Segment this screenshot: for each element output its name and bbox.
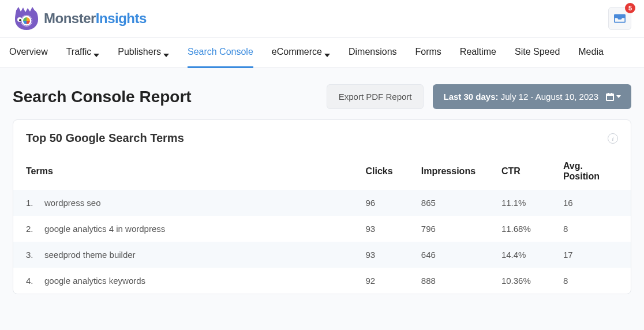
svg-point-3: [19, 19, 21, 21]
col-clicks: Clicks: [353, 153, 409, 190]
cell-ctr: 10.36%: [489, 268, 551, 294]
card-header: Top 50 Google Search Terms i: [13, 120, 631, 153]
cell-avg: 17: [551, 242, 631, 268]
cell-term: 2.google analytics 4 in wordpress: [13, 216, 353, 242]
nav-item-ecommerce[interactable]: eCommerce: [272, 38, 330, 68]
chevron-down-icon: [324, 49, 330, 55]
cell-clicks: 93: [353, 242, 409, 268]
nav-item-forms[interactable]: Forms: [415, 38, 441, 68]
notification-badge: 5: [625, 3, 635, 13]
cell-term: 3.seedprod theme builder: [13, 242, 353, 268]
cell-impressions: 888: [409, 268, 489, 294]
cell-term: 1.wordpress seo: [13, 190, 353, 216]
chevron-down-icon: [163, 49, 169, 55]
nav-item-label: Dimensions: [349, 47, 397, 57]
col-terms: Terms: [13, 153, 353, 190]
term-text: google analytics keywords: [44, 276, 145, 286]
nav-item-label: Publishers: [118, 47, 161, 57]
row-index: 3.: [26, 250, 35, 260]
cell-ctr: 11.68%: [489, 216, 551, 242]
nav-item-dimensions[interactable]: Dimensions: [349, 38, 397, 68]
main-nav: OverviewTrafficPublishersSearch Consolee…: [0, 37, 644, 68]
nav-item-label: Traffic: [66, 47, 92, 57]
nav-item-label: Site Speed: [515, 47, 560, 57]
cell-avg: 16: [551, 190, 631, 216]
col-impressions: Impressions: [409, 153, 489, 190]
inbox-icon: [614, 14, 626, 23]
col-avg-position: Avg. Position: [551, 153, 631, 190]
nav-item-label: Overview: [9, 47, 48, 57]
cell-ctr: 11.1%: [489, 190, 551, 216]
page-title: Search Console Report: [13, 88, 192, 106]
export-pdf-button[interactable]: Export PDF Report: [327, 84, 424, 109]
row-index: 4.: [26, 276, 35, 286]
nav-item-label: Search Console: [188, 47, 253, 57]
chevron-down-icon: [93, 49, 99, 55]
page-actions: Export PDF Report Last 30 days: July 12 …: [327, 84, 631, 109]
header-actions: 5: [608, 7, 631, 30]
term-text: wordpress seo: [44, 198, 101, 208]
cell-clicks: 92: [353, 268, 409, 294]
brand-logo[interactable]: MonsterInsights: [13, 6, 147, 31]
table-row: 4.google analytics keywords9288810.36%8: [13, 268, 631, 294]
cell-clicks: 93: [353, 216, 409, 242]
cell-ctr: 14.4%: [489, 242, 551, 268]
nav-item-media[interactable]: Media: [578, 38, 604, 68]
cell-clicks: 96: [353, 190, 409, 216]
term-text: google analytics 4 in wordpress: [44, 224, 165, 234]
search-terms-card: Top 50 Google Search Terms i Terms Click…: [13, 119, 631, 294]
card-title: Top 50 Google Search Terms: [26, 132, 184, 145]
nav-item-traffic[interactable]: Traffic: [66, 38, 100, 68]
monster-icon: [13, 6, 40, 31]
cell-avg: 8: [551, 268, 631, 294]
notifications-button[interactable]: 5: [608, 7, 631, 30]
date-range-value: July 12 - August 10, 2023: [501, 92, 598, 102]
nav-item-publishers[interactable]: Publishers: [118, 38, 169, 68]
page-header: Search Console Report Export PDF Report …: [0, 68, 644, 119]
chevron-down-icon: [616, 95, 621, 98]
calendar-icon: [605, 92, 621, 102]
nav-item-site-speed[interactable]: Site Speed: [515, 38, 560, 68]
top-bar: MonsterInsights 5: [0, 0, 644, 37]
table-row: 1.wordpress seo9686511.1%16: [13, 190, 631, 216]
brand-wordmark: MonsterInsights: [44, 10, 147, 27]
nav-item-search-console[interactable]: Search Console: [188, 38, 253, 68]
search-terms-table: Terms Clicks Impressions CTR Avg. Positi…: [13, 153, 631, 294]
nav-item-label: Media: [578, 47, 604, 57]
row-index: 2.: [26, 224, 35, 234]
term-text: seedprod theme builder: [44, 250, 136, 260]
nav-item-label: eCommerce: [272, 47, 322, 57]
nav-item-label: Forms: [415, 47, 441, 57]
cell-avg: 8: [551, 216, 631, 242]
table-row: 3.seedprod theme builder9364614.4%17: [13, 242, 631, 268]
col-ctr: CTR: [489, 153, 551, 190]
cell-impressions: 646: [409, 242, 489, 268]
row-index: 1.: [26, 198, 35, 208]
info-icon[interactable]: i: [608, 133, 618, 144]
table-row: 2.google analytics 4 in wordpress9379611…: [13, 216, 631, 242]
cell-impressions: 796: [409, 216, 489, 242]
nav-item-label: Realtime: [460, 47, 496, 57]
date-range-label: Last 30 days:: [443, 92, 498, 102]
date-range-picker[interactable]: Last 30 days: July 12 - August 10, 2023: [433, 84, 631, 109]
nav-item-overview[interactable]: Overview: [9, 38, 48, 68]
table-header-row: Terms Clicks Impressions CTR Avg. Positi…: [13, 153, 631, 190]
cell-impressions: 865: [409, 190, 489, 216]
nav-item-realtime[interactable]: Realtime: [460, 38, 496, 68]
cell-term: 4.google analytics keywords: [13, 268, 353, 294]
